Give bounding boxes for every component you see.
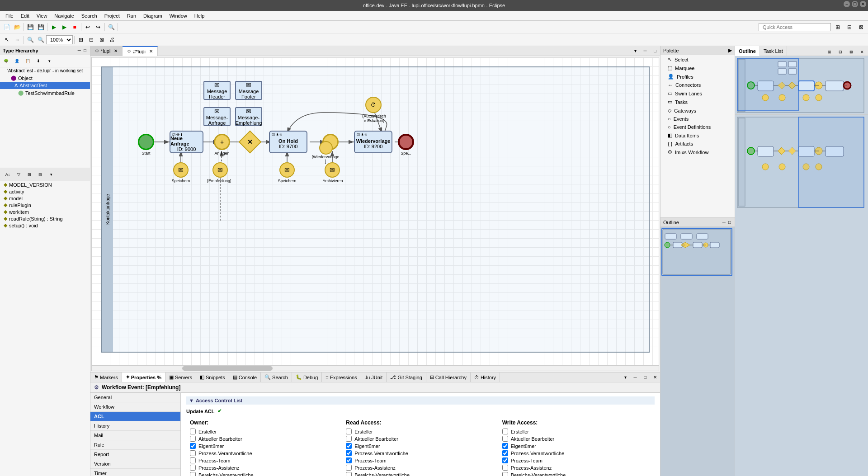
far-right-icon3[interactable]: ⊠: [846, 47, 856, 57]
canvas-scrollbar[interactable]: [92, 365, 659, 371]
minimize-button[interactable]: –: [844, 1, 850, 7]
tab-call-hierarchy[interactable]: ⊞ Call Hierarchy: [426, 372, 471, 382]
palette-events[interactable]: ○ Events: [660, 115, 735, 123]
bottom-panel-menu[interactable]: ▾: [620, 372, 630, 382]
owner-ersteller-cb[interactable]: [190, 429, 196, 434]
menubar-item-project[interactable]: Project: [101, 12, 123, 19]
redo-button[interactable]: ↪: [93, 22, 103, 32]
props-menu-general[interactable]: General: [90, 393, 180, 402]
bpmn-wiedervorlage-event[interactable]: [319, 141, 333, 155]
editor-tab-lupi2[interactable]: ⚙ #*lupi ✕: [123, 46, 158, 56]
tab-history[interactable]: ⏱ History: [471, 372, 500, 382]
th-minimize-btn[interactable]: ─: [77, 47, 82, 53]
bpmn-gateway-x[interactable]: ✕: [239, 131, 262, 154]
palette-tasks[interactable]: ▭ Tasks: [660, 98, 735, 106]
read-eigentuemer-cb[interactable]: [346, 443, 352, 449]
th-working-set[interactable]: 'AbstractTest - de.lupi' - in working se…: [0, 67, 90, 74]
read-prozess-verantwortliche-cb[interactable]: [346, 450, 352, 456]
canvas-scroll-thumb[interactable]: [182, 366, 273, 371]
owner-prozess-team-cb[interactable]: [190, 457, 196, 463]
tab-markers[interactable]: ⚑ Markers: [90, 372, 122, 382]
menubar-item-diagram[interactable]: Diagram: [140, 12, 166, 19]
toolbar-icon1[interactable]: ⊞: [833, 22, 843, 32]
save-button[interactable]: 💾: [25, 22, 35, 32]
var-sort-btn[interactable]: A↓: [3, 170, 13, 179]
new-button[interactable]: 📄: [2, 22, 12, 32]
palette-profiles[interactable]: 👤 Profiles: [660, 72, 735, 81]
editor-tab-lupi2-close[interactable]: ✕: [149, 49, 153, 54]
write-ersteller-cb[interactable]: [502, 429, 508, 434]
tb2-zoom-out[interactable]: 🔍: [36, 35, 46, 45]
tab-search[interactable]: 🔍 Search: [261, 372, 292, 382]
bottom-panel-max[interactable]: □: [640, 372, 650, 382]
th-abstracttest[interactable]: A AbstractTest: [0, 82, 90, 89]
undo-button[interactable]: ↩: [83, 22, 93, 32]
tab-servers[interactable]: ▣ Servers: [165, 372, 196, 382]
bpmn-gateway1[interactable]: +: [214, 134, 230, 150]
toolbar-icon2[interactable]: ⊟: [844, 22, 854, 32]
bpmn-canvas[interactable]: Kontaktanfrage: [91, 57, 659, 371]
palette-swim-lanes[interactable]: ▭ Swim Lanes: [660, 89, 735, 98]
search-button[interactable]: 🔍: [106, 22, 116, 32]
bpmn-msg-footer[interactable]: ✉ Message Footer: [235, 81, 262, 100]
write-eigentuemer-cb[interactable]: [502, 443, 508, 449]
props-menu-timer[interactable]: Timer: [90, 469, 180, 476]
tb2-fit[interactable]: ⊠: [97, 35, 107, 45]
bottom-panel-min[interactable]: ─: [630, 372, 640, 382]
palette-gateways[interactable]: ◇ Gateways: [660, 106, 735, 115]
editor-tabs-menu[interactable]: ▾: [630, 46, 640, 56]
props-menu-rule[interactable]: Rule: [90, 440, 180, 450]
maximize-button[interactable]: ☐: [852, 1, 858, 7]
bpmn-start-event[interactable]: [138, 134, 154, 150]
th-schwimmbad[interactable]: ⬤ TestSchwimmbadRule: [0, 89, 90, 97]
bpmn-msg-empfehlung[interactable]: ✉ Message- Empfehlung: [235, 107, 262, 126]
bpmn-msg-header[interactable]: ✉ Message Header: [203, 81, 231, 100]
tab-git[interactable]: ⎇ Git Staging: [387, 372, 426, 382]
props-menu-version[interactable]: Version: [90, 459, 180, 469]
menubar-item-window[interactable]: Window: [166, 12, 191, 19]
bpmn-msg-anfrage[interactable]: ✉ Message- Anfrage: [203, 107, 231, 126]
palette-event-definitions[interactable]: ○ Event Definitions: [660, 123, 735, 131]
palette-artifacts[interactable]: { } Artifacts: [660, 140, 735, 148]
menubar-item-file[interactable]: File: [2, 12, 17, 19]
tb2-zoom-in[interactable]: 🔍: [25, 35, 35, 45]
th-btn2[interactable]: 👤: [12, 56, 22, 66]
th-btn4[interactable]: ⬇: [33, 56, 43, 66]
palette-data-items[interactable]: ◧ Data Items: [660, 131, 735, 140]
write-prozess-team-cb[interactable]: [502, 457, 508, 463]
toolbar-icon3[interactable]: ⊠: [856, 22, 866, 32]
menubar-item-run[interactable]: Run: [123, 12, 140, 19]
tab-junit[interactable]: Ju JUnit: [361, 372, 387, 382]
read-prozess-assistenz-cb[interactable]: [346, 465, 352, 471]
far-right-icon2[interactable]: ⊟: [835, 47, 845, 57]
var-filter-btn[interactable]: ▽: [14, 170, 24, 179]
run-button[interactable]: ▶: [49, 22, 59, 32]
th-btn3[interactable]: 📋: [23, 56, 33, 66]
tab-console[interactable]: ▤ Console: [229, 372, 261, 382]
tb2-grid[interactable]: ⊟: [86, 35, 96, 45]
read-ersteller-cb[interactable]: [346, 429, 352, 434]
palette-connectors[interactable]: ↔ Connectors: [660, 81, 735, 89]
tb2-select[interactable]: ↖: [2, 35, 12, 45]
props-menu-mail[interactable]: Mail: [90, 431, 180, 440]
owner-eigentuemer-cb[interactable]: [190, 443, 196, 449]
menubar-item-help[interactable]: Help: [191, 12, 208, 19]
bpmn-speichern2[interactable]: ✉: [279, 162, 295, 178]
tab-snippets[interactable]: ◧ Snippets: [196, 372, 229, 382]
tab-properties[interactable]: ✦ Properties %: [122, 372, 165, 382]
owner-bereichs-verantwortliche-cb[interactable]: [190, 472, 196, 476]
close-button[interactable]: ✕: [860, 1, 866, 7]
bpmn-task-wiedervorlage[interactable]: ☑👁ℹ Wiedervorlage ID: 9200: [354, 131, 392, 153]
read-bereichs-verantwortliche-cb[interactable]: [346, 472, 352, 476]
read-aktueller-cb[interactable]: [346, 436, 352, 442]
write-prozess-verantwortliche-cb[interactable]: [502, 450, 508, 456]
acl-section-header[interactable]: ▼ Access Control List: [186, 396, 655, 405]
props-menu-acl[interactable]: ACL: [90, 412, 180, 421]
editor-tab-lupi1-close[interactable]: ✕: [114, 48, 118, 53]
outline-max-btn[interactable]: □: [727, 219, 732, 225]
palette-expand-icon[interactable]: ▶: [728, 47, 732, 53]
bpmn-empfehlung-event[interactable]: ✉: [212, 162, 228, 178]
editor-tab-lupi1[interactable]: ⚙ *lupi ✕: [90, 46, 123, 56]
props-menu-report[interactable]: Report: [90, 450, 180, 459]
far-tab-tasklist[interactable]: Task List: [760, 46, 787, 56]
